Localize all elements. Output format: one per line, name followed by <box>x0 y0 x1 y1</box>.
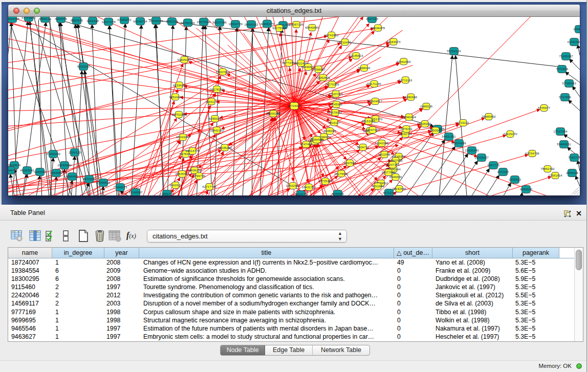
svg-text:5737996: 5737996 <box>559 95 572 99</box>
svg-text:16431713: 16431713 <box>302 185 316 189</box>
svg-text:46183242: 46183242 <box>20 168 34 172</box>
svg-text:9699938: 9699938 <box>520 187 533 191</box>
svg-text:13859770: 13859770 <box>160 192 174 195</box>
svg-text:15300203: 15300203 <box>266 112 280 115</box>
svg-text:55168087: 55168087 <box>128 190 143 194</box>
svg-text:4990490: 4990490 <box>66 174 79 178</box>
svg-text:2745961: 2745961 <box>330 102 343 106</box>
svg-text:9588424: 9588424 <box>358 66 371 70</box>
svg-text:5210470: 5210470 <box>339 40 352 44</box>
svg-text:4200379: 4200379 <box>55 17 68 20</box>
svg-text:76270289: 76270289 <box>325 82 339 86</box>
svg-text:29832731: 29832731 <box>398 132 412 136</box>
svg-text:6310033: 6310033 <box>77 64 90 68</box>
svg-text:68760366: 68760366 <box>181 21 195 25</box>
svg-text:59480831: 59480831 <box>557 142 571 146</box>
svg-text:86438156: 86438156 <box>187 168 202 172</box>
svg-text:5005045: 5005045 <box>323 129 336 133</box>
svg-text:97558867: 97558867 <box>311 68 325 71</box>
svg-text:35192546: 35192546 <box>392 187 406 190</box>
svg-text:67661565: 67661565 <box>397 60 411 63</box>
svg-text:54431351: 54431351 <box>442 135 456 138</box>
svg-text:29065940: 29065940 <box>57 163 72 167</box>
svg-text:46153051: 46153051 <box>361 119 376 123</box>
svg-text:3432921: 3432921 <box>169 183 182 187</box>
svg-text:7783777: 7783777 <box>568 156 580 159</box>
svg-text:28835523: 28835523 <box>175 172 189 176</box>
svg-text:5316117: 5316117 <box>328 121 340 124</box>
svg-text:56804436: 56804436 <box>8 17 19 20</box>
svg-text:57007661: 57007661 <box>215 70 230 74</box>
svg-text:6411998: 6411998 <box>378 152 390 156</box>
svg-text:6733221: 6733221 <box>457 121 470 124</box>
svg-text:75185067: 75185067 <box>559 54 573 58</box>
svg-text:4248086: 4248086 <box>332 192 344 195</box>
svg-text:43963605: 43963605 <box>316 76 330 79</box>
svg-text:36179640: 36179640 <box>334 172 349 176</box>
svg-text:27187026: 27187026 <box>329 92 343 96</box>
svg-text:8506068: 8506068 <box>419 122 431 125</box>
svg-text:95698478: 95698478 <box>371 26 385 30</box>
svg-text:19743953: 19743953 <box>324 33 339 37</box>
svg-text:2436349: 2436349 <box>566 171 579 174</box>
svg-text:3478261: 3478261 <box>400 127 413 130</box>
svg-text:6280988: 6280988 <box>405 95 418 99</box>
svg-text:99178390: 99178390 <box>210 87 224 91</box>
svg-text:5735977: 5735977 <box>538 106 551 110</box>
svg-text:67773872: 67773872 <box>21 17 36 19</box>
svg-text:3362316: 3362316 <box>166 19 179 23</box>
svg-text:7572628: 7572628 <box>556 67 569 71</box>
svg-text:20762268: 20762268 <box>172 113 186 116</box>
svg-text:4747407: 4747407 <box>300 142 313 146</box>
svg-text:6546659: 6546659 <box>389 175 402 179</box>
svg-text:1229413: 1229413 <box>509 178 521 181</box>
svg-text:63794738: 63794738 <box>525 151 539 155</box>
svg-text:67986872: 67986872 <box>117 18 132 21</box>
svg-text:55171236: 55171236 <box>367 82 381 85</box>
svg-text:92175946: 92175946 <box>272 26 287 30</box>
svg-text:49335290: 49335290 <box>217 146 232 149</box>
svg-text:62717744: 62717744 <box>202 185 216 188</box>
svg-text:33374989: 33374989 <box>452 141 466 145</box>
svg-text:24345581: 24345581 <box>149 19 163 23</box>
svg-text:47735158: 47735158 <box>318 179 333 183</box>
svg-text:9267586: 9267586 <box>344 161 357 165</box>
svg-text:10532931: 10532931 <box>286 184 300 187</box>
svg-text:84348734: 84348734 <box>133 19 147 23</box>
svg-text:4171274: 4171274 <box>383 191 396 194</box>
svg-text:32842102: 32842102 <box>210 128 224 132</box>
svg-text:17581814: 17581814 <box>548 173 562 177</box>
svg-text:28880592: 28880592 <box>482 115 496 118</box>
svg-text:34008427: 34008427 <box>474 156 489 159</box>
svg-text:16990162: 16990162 <box>244 23 258 26</box>
svg-text:6395024: 6395024 <box>209 117 222 120</box>
svg-text:55299124: 55299124 <box>447 49 461 53</box>
svg-text:97769453: 97769453 <box>562 81 576 85</box>
svg-text:62711116: 62711116 <box>399 78 412 82</box>
svg-text:32047277: 32047277 <box>365 128 380 132</box>
svg-text:1496631: 1496631 <box>573 27 580 31</box>
svg-text:87496499: 87496499 <box>46 152 60 156</box>
svg-text:71183673: 71183673 <box>386 40 401 43</box>
svg-text:9851606: 9851606 <box>169 95 182 99</box>
svg-text:69440640: 69440640 <box>305 26 319 29</box>
svg-text:17527354: 17527354 <box>553 129 568 133</box>
svg-text:8874296: 8874296 <box>83 177 96 181</box>
svg-text:27565512: 27565512 <box>96 181 111 184</box>
svg-text:84367136: 84367136 <box>289 23 303 26</box>
svg-text:1471167: 1471167 <box>497 170 509 173</box>
svg-text:96578091: 96578091 <box>328 111 342 114</box>
svg-text:15814770: 15814770 <box>185 149 200 152</box>
svg-text:30465375: 30465375 <box>260 22 274 26</box>
svg-text:8799799: 8799799 <box>193 174 206 178</box>
svg-text:10343244: 10343244 <box>176 135 190 139</box>
svg-text:18724007: 18724007 <box>287 104 301 107</box>
svg-text:6151864: 6151864 <box>372 184 384 188</box>
svg-text:88207151: 88207151 <box>385 163 400 166</box>
svg-text:2334123: 2334123 <box>69 150 81 154</box>
svg-text:1947775: 1947775 <box>487 163 500 167</box>
svg-text:26560494: 26560494 <box>402 115 416 119</box>
svg-text:61604817: 61604817 <box>368 99 382 103</box>
svg-text:19670546: 19670546 <box>197 20 211 24</box>
svg-text:98937346: 98937346 <box>212 20 227 24</box>
